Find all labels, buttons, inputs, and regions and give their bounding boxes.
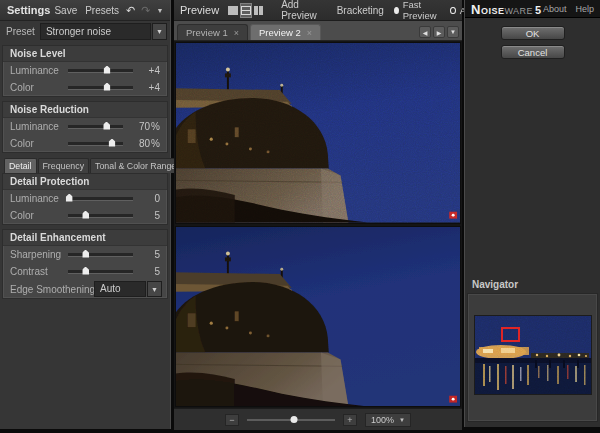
slider-thumb[interactable] <box>82 250 89 258</box>
preset-row: Preset Stronger noise ▼ <box>0 21 170 42</box>
preview-toolbar: Preview Add Preview Bracketing Fast Prev… <box>174 0 462 21</box>
ok-button[interactable]: OK <box>501 26 565 40</box>
slider-thumb[interactable] <box>104 66 111 74</box>
noise-reduction-section: Noise Reduction Luminance 70 % Color 80 … <box>2 101 168 153</box>
accurate-radio-icon[interactable] <box>450 7 455 14</box>
edge-smoothening-dropdown[interactable]: Auto <box>94 281 146 297</box>
slider-row: Sharpening 5 <box>3 246 167 263</box>
view-single-button[interactable] <box>227 3 239 18</box>
logo-version: 5 <box>535 4 542 16</box>
close-icon[interactable]: × <box>234 28 239 38</box>
slider-label: Luminance <box>10 121 68 132</box>
slider-unit: % <box>150 121 160 132</box>
fast-preview-radio-icon[interactable] <box>394 7 399 14</box>
slider-label: Color <box>10 210 68 221</box>
noiseware-window: Settings Save Presets ↶ ↷ ▼ Preset Stron… <box>0 0 600 433</box>
preview-title: Preview <box>180 4 219 16</box>
luminance-slider[interactable] <box>68 197 133 201</box>
preview-tab-1-label: Preview 1 <box>186 27 228 38</box>
logo-oise: OISE <box>481 6 505 16</box>
undo-icon[interactable]: ↶ <box>123 4 138 17</box>
slider-thumb[interactable] <box>104 83 111 91</box>
settings-menu-caret-icon[interactable]: ▼ <box>154 7 167 14</box>
noiseware-logo: NOISEWARE5 <box>471 0 542 18</box>
slider-thumb[interactable] <box>82 211 89 219</box>
preview-tab-1[interactable]: Preview 1 × <box>177 24 248 40</box>
slider-thumb[interactable] <box>103 122 110 130</box>
slider-row: Contrast 5 <box>3 263 167 280</box>
tab-scroll-right-icon[interactable]: ▶ <box>433 26 445 38</box>
slider-thumb[interactable] <box>109 139 116 147</box>
color-slider[interactable] <box>68 214 133 218</box>
preview-tabstrip: Preview 1 × Preview 2 × ◀ ▶ ▼ <box>174 21 462 41</box>
slider-row: Color 5 <box>3 207 167 224</box>
cancel-button[interactable]: Cancel <box>501 45 565 59</box>
preview-image-area <box>174 41 462 408</box>
tab-detail[interactable]: Detail <box>4 158 37 173</box>
navigator-section: Navigator <box>467 277 598 422</box>
slider-row: Luminance 70 % <box>3 118 167 135</box>
zoom-slider-thumb[interactable] <box>290 416 297 423</box>
preview-tab-2-label: Preview 2 <box>259 27 301 38</box>
slider-value: +4 <box>140 82 160 93</box>
noise-level-section: Noise Level Luminance +4 Color +4 <box>2 45 168 97</box>
zoom-bar: − + 100% ▼ <box>174 408 462 430</box>
tab-scroll-left-icon[interactable]: ◀ <box>419 26 431 38</box>
redo-icon[interactable]: ↷ <box>138 4 153 17</box>
about-link[interactable]: About <box>543 4 567 14</box>
preview-pane-denoised[interactable] <box>175 226 461 408</box>
color-slider[interactable] <box>68 86 133 90</box>
slider-value: 0 <box>140 193 160 204</box>
slider-row: Luminance 0 <box>3 190 167 207</box>
tab-list-icon[interactable]: ▼ <box>447 26 459 38</box>
section-title: Detail Enhancement <box>3 230 167 246</box>
zoom-in-button[interactable]: + <box>343 414 357 426</box>
slider-value: 80 <box>130 138 150 149</box>
slider-row: Color +4 <box>3 79 167 96</box>
settings-header: Settings Save Presets ↶ ↷ ▼ <box>0 0 170 21</box>
preset-dropdown[interactable]: Stronger noise <box>40 23 151 40</box>
edge-smoothening-row: Edge Smoothening Auto ▼ <box>3 280 167 298</box>
view-hsplit-button[interactable] <box>240 3 252 18</box>
save-button[interactable]: Save <box>50 3 81 18</box>
preview-pane-noisy[interactable] <box>175 42 461 224</box>
settings-panel: Settings Save Presets ↶ ↷ ▼ Preset Stron… <box>0 0 171 429</box>
denoised-image <box>176 227 460 407</box>
luminance-slider[interactable] <box>68 125 123 129</box>
zoom-slider[interactable] <box>247 419 335 421</box>
horizontal-split-icon <box>241 6 251 15</box>
add-preview-button[interactable]: Add Preview <box>277 0 321 22</box>
tab-tonal-color-range[interactable]: Tonal & Color Range <box>90 158 181 173</box>
navigator-title: Navigator <box>467 277 598 293</box>
right-panel: NOISEWARE5 About Help OK Cancel Navigato… <box>464 0 600 427</box>
single-pane-icon <box>228 6 238 15</box>
slider-value: +4 <box>140 65 160 76</box>
slider-thumb[interactable] <box>82 267 89 275</box>
slider-row: Luminance +4 <box>3 62 167 79</box>
luminance-slider[interactable] <box>68 69 133 73</box>
view-vsplit-button[interactable] <box>253 3 264 18</box>
close-icon[interactable]: × <box>307 28 312 38</box>
sharpening-slider[interactable] <box>68 253 133 257</box>
navigator-thumbnail[interactable] <box>474 315 592 395</box>
zoom-dropdown-arrow-icon: ▼ <box>399 417 405 423</box>
help-link[interactable]: Help <box>575 4 594 14</box>
bracketing-button[interactable]: Bracketing <box>333 4 388 17</box>
slider-row: Color 80 % <box>3 135 167 152</box>
color-slider[interactable] <box>68 142 123 146</box>
zoom-out-button[interactable]: − <box>225 414 239 426</box>
zoom-level-dropdown[interactable]: 100% ▼ <box>365 413 411 427</box>
slider-label: Luminance <box>10 193 68 204</box>
slider-value: 5 <box>140 266 160 277</box>
preview-tab-2[interactable]: Preview 2 × <box>250 24 321 40</box>
logo-n: N <box>471 2 481 17</box>
presets-button[interactable]: Presets <box>81 3 123 18</box>
fast-preview-radio-label[interactable]: Fast Preview <box>403 0 441 21</box>
detail-enhancement-section: Detail Enhancement Sharpening 5 Contrast… <box>2 229 168 299</box>
preset-dropdown-arrow-icon[interactable]: ▼ <box>152 23 167 40</box>
vertical-split-icon <box>254 6 263 15</box>
contrast-slider[interactable] <box>68 270 133 274</box>
zoom-level-value: 100% <box>371 415 394 425</box>
tab-frequency[interactable]: Frequency <box>38 158 90 173</box>
edge-smoothening-arrow-icon[interactable]: ▼ <box>147 281 162 297</box>
